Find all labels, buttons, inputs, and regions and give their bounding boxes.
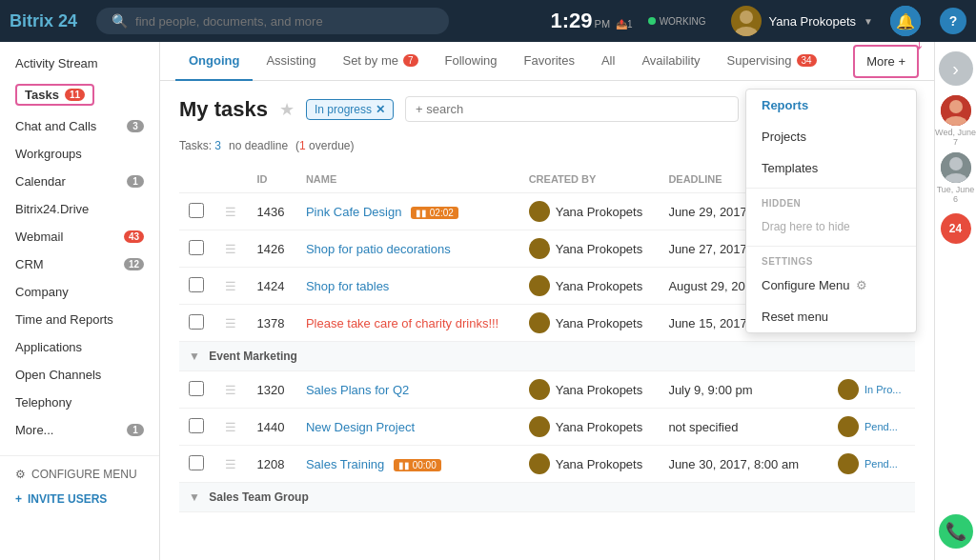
right-sidebar: › Wed, June 7 Tue, June 6 24 📞 xyxy=(934,42,976,560)
task-checkbox[interactable] xyxy=(189,277,204,292)
task-checkbox[interactable] xyxy=(189,240,204,255)
tasks-count-link[interactable]: 3 xyxy=(214,139,221,152)
chat-badge: 3 xyxy=(127,120,144,132)
task-checkbox[interactable] xyxy=(189,314,204,330)
task-name-cell: Shop for patio decorations xyxy=(296,230,519,268)
task-deadline: June 30, 2017, 8:00 am xyxy=(659,446,828,483)
sidebar-item-drive[interactable]: Bitrix24.Drive xyxy=(0,195,159,223)
tab-following[interactable]: Following xyxy=(432,42,511,81)
configure-menu-item[interactable]: Configure Menu ⚙ xyxy=(746,270,916,301)
group-row-sales-team[interactable]: ▼ Sales Team Group xyxy=(179,483,915,512)
creator-avatar xyxy=(529,312,550,333)
invite-label: INVITE USERS xyxy=(28,492,107,506)
expand-button[interactable]: › xyxy=(939,51,973,86)
task-checkbox[interactable] xyxy=(189,418,204,433)
sidebar: Activity Stream Tasks 11 Chat and Calls … xyxy=(0,42,160,560)
task-search-input[interactable] xyxy=(416,102,728,116)
task-name-cell: Pink Cafe Design ▮▮ 02:02 xyxy=(296,193,519,230)
more-button[interactable]: More + ↓ Reports Projects Templates HIDD… xyxy=(853,45,919,78)
star-icon[interactable]: ★ xyxy=(279,99,295,120)
sidebar-item-telephony[interactable]: Telephony xyxy=(0,389,159,416)
task-deadline: July 9, 9:00 pm xyxy=(659,371,828,409)
sidebar-item-company[interactable]: Company xyxy=(0,278,159,306)
sidebar-item-applications[interactable]: Applications xyxy=(0,333,159,361)
sidebar-item-activity-stream[interactable]: Activity Stream xyxy=(0,50,159,77)
group-row-event-marketing[interactable]: ▼ Event Marketing xyxy=(179,342,915,371)
creator-avatar xyxy=(529,238,550,259)
task-search-box[interactable] xyxy=(405,96,739,122)
sidebar-item-webmail[interactable]: Webmail 43 xyxy=(0,223,159,250)
tab-set-by-me[interactable]: Set by me 7 xyxy=(329,42,431,81)
col-drag xyxy=(215,166,248,193)
tab-availability[interactable]: Availability xyxy=(628,42,713,81)
configure-gear-icon: ⚙ xyxy=(856,278,867,292)
task-name-link[interactable]: Pink Cafe Design xyxy=(306,205,401,219)
settings-section-label: SETTINGS xyxy=(746,250,916,270)
dropdown-divider2 xyxy=(746,246,916,247)
search-input[interactable] xyxy=(135,14,434,29)
col-checkbox xyxy=(179,166,215,193)
topbar: Bitrix 24 🔍 1:29 PM 📤1 WORKING Yana Prok… xyxy=(0,0,976,42)
dropdown-item-reports[interactable]: Reports xyxy=(746,90,916,121)
tab-assisting[interactable]: Assisting xyxy=(253,42,329,81)
responsible-avatar xyxy=(838,379,859,400)
task-status: Pend... xyxy=(864,458,898,470)
task-name-link-red[interactable]: Please take care of charity drinks!!! xyxy=(306,316,498,330)
filter-tag-in-progress[interactable]: In progress ✕ xyxy=(306,99,394,120)
creator-name: Yana Prokopets xyxy=(556,242,643,256)
task-id: 1424 xyxy=(247,268,295,305)
task-name-link[interactable]: New Design Project xyxy=(306,420,415,434)
task-checkbox[interactable] xyxy=(189,381,204,396)
sidebar-item-open-channels[interactable]: Open Channels xyxy=(0,361,159,389)
tab-following-label: Following xyxy=(445,53,498,68)
task-checkbox[interactable] xyxy=(189,455,204,470)
supervising-badge: 34 xyxy=(797,54,817,67)
phone-button[interactable]: 📞 xyxy=(939,514,973,549)
col-id: ID xyxy=(247,166,295,193)
notification-bell[interactable]: 🔔 xyxy=(890,6,921,36)
col-name: NAME xyxy=(296,166,519,193)
creator-name: Yana Prokopets xyxy=(556,205,643,219)
task-name-link[interactable]: Shop for tables xyxy=(306,279,389,293)
tab-supervising[interactable]: Supervising 34 xyxy=(714,42,830,81)
sidebar-item-workgroups[interactable]: Workgroups xyxy=(0,140,159,168)
tab-ongoing[interactable]: Ongoing xyxy=(175,42,253,81)
configure-menu-button[interactable]: ⚙ CONFIGURE MENU xyxy=(0,462,159,487)
tab-all[interactable]: All xyxy=(588,42,628,81)
dropdown-item-templates[interactable]: Templates xyxy=(746,152,916,184)
help-button[interactable]: ? xyxy=(940,8,966,34)
configure-label: CONFIGURE MENU xyxy=(31,468,137,481)
projects-label: Projects xyxy=(762,130,806,144)
drag-to-hide-hint: Drag here to hide xyxy=(746,211,916,242)
sidebar-item-crm[interactable]: CRM 12 xyxy=(0,250,159,278)
reset-menu-item[interactable]: Reset menu xyxy=(746,301,916,332)
task-created-by: Yana Prokopets xyxy=(519,230,660,268)
sidebar-item-calendar[interactable]: Calendar 1 xyxy=(0,168,159,195)
sidebar-item-more[interactable]: More... 1 xyxy=(0,416,159,444)
right-date-label-1: Wed, June 7 xyxy=(935,128,976,147)
sidebar-item-tasks[interactable]: Tasks 11 xyxy=(0,77,159,112)
drag-handle-icon: ☰ xyxy=(225,383,236,397)
task-id: 1426 xyxy=(247,230,295,268)
task-checkbox[interactable] xyxy=(189,203,204,218)
right-avatar-container1 xyxy=(941,95,971,126)
task-name-link[interactable]: Sales Training xyxy=(306,457,384,471)
task-name-link[interactable]: Sales Plans for Q2 xyxy=(306,383,409,397)
invite-users-button[interactable]: + INVITE USERS xyxy=(0,487,159,511)
task-created-by: Yana Prokopets xyxy=(519,409,660,446)
group-arrow-icon: ▼ xyxy=(189,490,200,504)
filter-close-icon[interactable]: ✕ xyxy=(376,103,385,116)
task-responsible: Pend... xyxy=(828,409,915,446)
svg-point-6 xyxy=(949,157,963,170)
sidebar-item-chat[interactable]: Chat and Calls 3 xyxy=(0,112,159,140)
task-created-by: Yana Prokopets xyxy=(519,193,660,230)
tab-all-label: All xyxy=(601,53,615,68)
dropdown-item-projects[interactable]: Projects xyxy=(746,121,916,152)
drag-hint-label: Drag here to hide xyxy=(762,220,850,233)
tab-favorites-label: Favorites xyxy=(523,53,574,68)
user-profile[interactable]: Yana Prokopets ▼ xyxy=(731,6,873,36)
task-name-link[interactable]: Shop for patio decorations xyxy=(306,242,451,256)
tab-favorites[interactable]: Favorites xyxy=(510,42,587,81)
task-id: 1440 xyxy=(247,409,295,446)
sidebar-item-time-reports[interactable]: Time and Reports xyxy=(0,306,159,333)
